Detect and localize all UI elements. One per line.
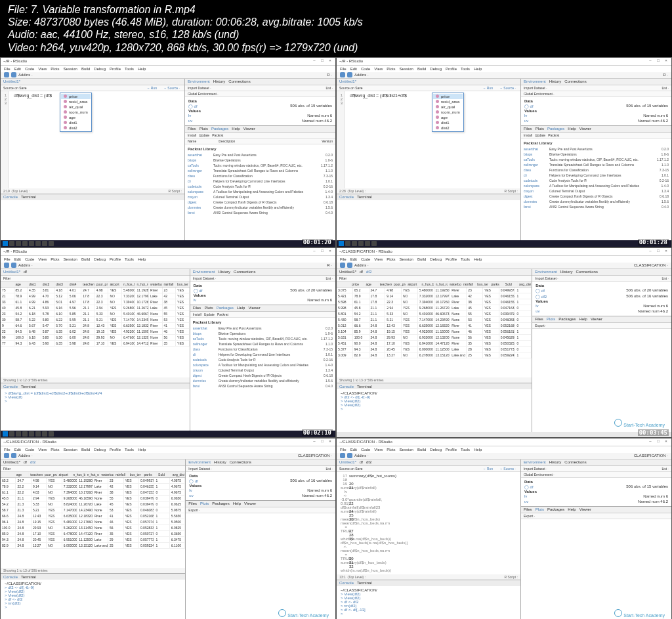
field-icon (64, 95, 67, 98)
frame-3: ~/R - RStudio–□× FileEditCodeViewPlotsSe… (0, 247, 336, 438)
run-button[interactable]: → Run (144, 86, 159, 90)
filter-button[interactable]: Filter (3, 276, 10, 280)
menubar[interactable]: FileEditCodeViewPlotsSessionBuildDebugPr… (1, 66, 335, 72)
cursor-pos: 2:19 (3, 189, 10, 193)
watermark-icon (614, 419, 622, 427)
data-table[interactable]: priceageteacherspoor_propairportn_hos_be… (337, 282, 532, 377)
data-table[interactable]: ageteacherspoor_propairportn_hos_bedsn_h… (1, 472, 185, 568)
field-icon (64, 116, 67, 119)
maximize-icon[interactable]: □ (320, 58, 325, 64)
update-button[interactable]: Update (199, 133, 209, 137)
console[interactable]: > df$avrg_dist = (df$dist1+df$dist2+df$d… (1, 389, 190, 432)
code-editor[interactable]: 17summary(df$n_hot_rooms)181920summary(d… (337, 472, 520, 574)
code-editor[interactable]: 123 df$avrg_dist = (df$ price resid_area… (1, 91, 184, 188)
export-button[interactable]: Export · (535, 324, 546, 328)
env-var[interactable]: ◯ df (188, 104, 198, 108)
field-icon (64, 126, 67, 129)
environment-pane: Data ◯ df506 obs. of 19 variables Values… (185, 97, 335, 125)
audio-info: Audio: aac, 44100 Hz, stereo, s16, 128 k… (8, 28, 664, 41)
import-button[interactable]: Import Dataset · (188, 86, 211, 90)
new-icon[interactable] (4, 72, 9, 77)
code-editor[interactable]: 123 df$avrg_dist = (df$dist1+df$ price r… (337, 91, 520, 188)
field-icon (64, 100, 67, 103)
field-icon (64, 121, 67, 124)
source-button[interactable]: → Source · (161, 86, 182, 90)
open-icon[interactable] (11, 72, 16, 77)
size-info: Size: 48737080 bytes (46.48 MiB), durati… (8, 16, 664, 28)
minimize-icon[interactable]: – (312, 58, 317, 64)
global-env-dropdown[interactable]: Global Environment · (188, 92, 219, 96)
console[interactable] (1, 200, 184, 242)
video-info: Video: h264, yuv420p, 1280x720, 868 kb/s… (8, 41, 664, 54)
frame-5: ~/CLASSIFICATION - RStudio–□× FileEditCo… (0, 438, 336, 619)
frame-6: ~/CLASSIFICATION - RStudio–□× FileEditCo… (336, 438, 672, 619)
timestamp: 00:01:20 (302, 239, 333, 245)
code-line: df$avrg_dist = (df$ (14, 93, 180, 98)
field-icon (64, 110, 67, 114)
frame-1: ~/R - RStudio –□× FileEditCodeViewPlotsS… (0, 57, 336, 247)
close-icon[interactable]: × (327, 58, 333, 64)
file-info: File: 7. Variable transformation in R.mp… (8, 3, 664, 16)
window-title: ~/R - RStudio (3, 59, 27, 63)
start-icon[interactable] (3, 241, 8, 246)
autocomplete-popup[interactable]: price resid_area air_qual room_num age d… (60, 93, 92, 132)
menu-file[interactable]: File (4, 67, 10, 71)
env-tab[interactable]: Environment (188, 79, 210, 83)
field-icon (64, 105, 67, 108)
addins-dropdown[interactable]: Addins · (18, 73, 33, 77)
df-tab[interactable]: df (24, 270, 27, 274)
packrat-button[interactable]: Packrat (212, 133, 223, 137)
packages-list[interactable]: Packrat Library assertthatEasy Pre and P… (185, 144, 335, 242)
data-table[interactable]: agedist1dist2dist3dist4teacherspoor_prop… (1, 282, 190, 377)
frame-2: ~/R - RStudio–□× FileEditCodeViewPlotsSe… (336, 57, 672, 247)
terminal-tab[interactable]: Terminal (21, 195, 36, 199)
project-dropdown[interactable]: R · (327, 73, 332, 77)
editor-tab[interactable]: Untitled1* (3, 79, 20, 83)
install-button[interactable]: Install (188, 133, 196, 137)
frame-4: ~/CLASSIFICATION - RStudio–□× FileEditCo… (336, 247, 672, 438)
source-save-check[interactable]: Source on Save (3, 86, 27, 90)
console-tab[interactable]: Console (3, 195, 18, 199)
